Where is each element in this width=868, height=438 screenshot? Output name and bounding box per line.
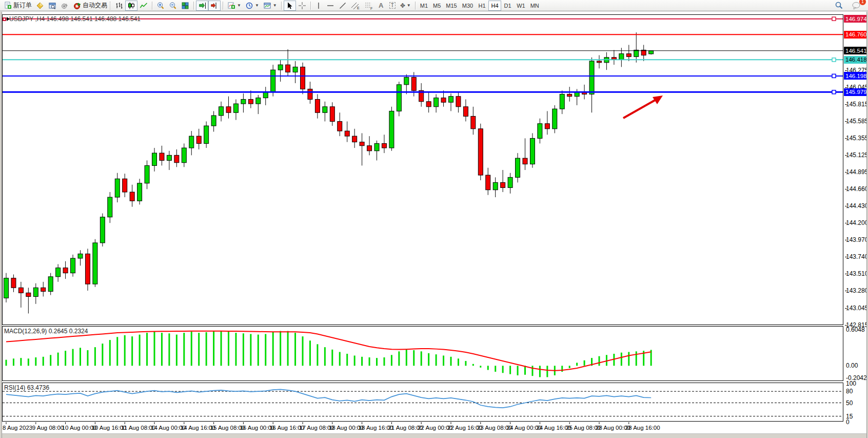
price-tick-label: 145.815 [846,101,868,108]
timeframe-h4[interactable]: H4 [488,1,501,11]
bars-chart-button[interactable] [113,1,125,11]
timeframe-m30[interactable]: M30 [460,1,476,11]
text-label-button[interactable]: T [387,1,398,11]
macd-axis-label: 0.00 [846,362,858,369]
market-watch-button[interactable] [34,1,46,11]
timeframe-bar: M1M5M15M30H1H4D1W1MN [418,1,542,11]
chart-collapse-widget[interactable] [3,17,10,21]
candles-chart-icon [127,2,135,10]
price-badge: 145.979 [844,88,866,96]
toolbar-separator [193,2,194,10]
price-axis[interactable]: 146.275146.045145.815145.585145.355145.1… [844,12,866,433]
tile-windows-button[interactable] [179,1,191,11]
price-tick-label: 144.430 [846,202,868,210]
indicators-button[interactable]: ▼ [225,1,243,11]
rsi-axis-label: 80 [846,388,853,395]
candles-chart-button[interactable] [125,1,137,11]
toolbar-separator [310,2,311,10]
price-badge: 146.974 [844,15,866,23]
sound-button[interactable] [58,1,71,11]
macd-label: MACD(12,26,9) 0.2645 0.2324 [4,328,88,335]
trendline-button[interactable] [337,1,349,11]
timeframe-m15[interactable]: M15 [443,1,459,11]
toolbar-grip [110,2,111,10]
timeframe-m1[interactable]: M1 [418,1,430,11]
fibonacci-icon: F [364,2,373,10]
autotrade-label: 自动交易 [83,1,107,10]
new-order-icon [4,2,12,9]
timeframe-d1[interactable]: D1 [501,1,514,11]
price-tick-mark [845,325,847,326]
equidistant-channel-button[interactable]: E [349,1,362,11]
text-button[interactable]: A [376,1,387,11]
tile-windows-icon [181,2,189,10]
price-badge: 146.198 [844,72,866,80]
price-tick-mark [845,308,847,309]
zoom-in-button[interactable] [154,1,167,11]
autotrade-icon [73,2,81,10]
fibonacci-button[interactable]: F [362,1,376,11]
toolbar-separator [223,2,223,10]
notification-badge: 1 [859,0,866,5]
new-order-button[interactable]: 新订单 [2,1,34,11]
time-label: 28 Aug 16:00 [625,425,660,431]
price-tick-mark [845,138,847,139]
line-anchor-icon [3,17,6,21]
toolbar: 新订单 自动交易 [0,0,868,11]
price-tick-label: 143.280 [846,287,868,294]
data-window-button[interactable] [46,1,58,11]
rsi-axis-label: 50 [846,399,853,407]
rsi-pane[interactable] [2,383,843,422]
price-tick-label: 143.740 [846,253,868,260]
rsi-axis-label: 100 [846,380,856,387]
autotrade-button[interactable]: 自动交易 [71,1,109,11]
timeframe-m5[interactable]: M5 [430,1,443,11]
macd-pane[interactable] [2,326,843,381]
market-watch-icon [36,2,44,10]
macd-axis-label: 0.6048 [846,326,865,333]
auto-scroll-button[interactable] [196,1,208,11]
templates-caret-icon: ▼ [273,4,277,8]
price-tick-label: 145.125 [846,151,868,159]
line-chart-icon [140,2,148,10]
time-label: 8 Aug 2023 [3,425,32,431]
text-icon: A [379,2,383,9]
arrows-icon: ✥ [400,2,405,9]
line-chart-button[interactable] [137,1,150,11]
rsi-label: RSI(14) 63.4736 [4,384,49,391]
price-badge: 146.541 [844,47,866,54]
chat-button[interactable]: 1 [850,1,863,11]
chart-shift-button[interactable] [208,1,221,11]
price-tick-mark [845,223,847,223]
price-tick-mark [845,87,847,88]
cursor-button[interactable] [284,1,296,11]
zoom-out-button[interactable] [167,1,179,11]
main-chart-pane[interactable] [2,14,843,325]
periods-button[interactable]: ▼ [243,1,261,11]
horizontal-line-button[interactable] [324,1,337,11]
vertical-line-icon [315,2,322,10]
timeframe-w1[interactable]: W1 [514,1,528,11]
trendline-icon [339,2,347,10]
zoom-in-icon [156,2,165,10]
search-icon [835,1,843,10]
timeframe-mn[interactable]: MN [528,1,542,11]
price-tick-mark [845,155,847,156]
timeframe-h1[interactable]: H1 [476,1,488,11]
templates-button[interactable]: ▼ [261,1,279,11]
indicators-icon [227,2,235,10]
search-button[interactable] [833,1,845,11]
chart-shift-icon [210,2,219,10]
new-order-label: 新订单 [13,1,32,10]
rsi-axis-label: 0 [846,418,850,426]
vertical-line-button[interactable] [313,1,324,11]
price-tick-mark [845,70,847,71]
price-tick-label: 143.510 [846,270,868,277]
crosshair-button[interactable] [296,1,308,11]
chart-title: USDJPY ,H4 146.498 146.541 146.488 146.5… [9,15,141,23]
price-tick-label: 144.660 [846,185,868,193]
price-tick-mark [845,121,847,122]
indicators-caret-icon: ▼ [237,4,241,8]
window-left-edge [0,12,2,438]
arrows-button[interactable]: ✥ ▼ [398,1,413,11]
